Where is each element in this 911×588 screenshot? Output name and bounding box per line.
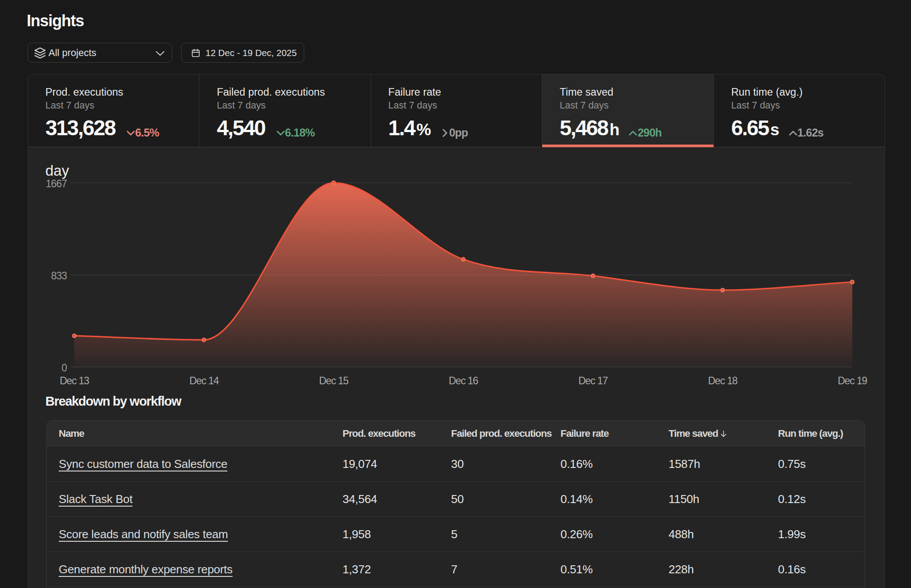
chart-granularity-label: day <box>45 162 69 179</box>
cell-time-saved: 228h <box>669 563 778 576</box>
table-header: Name Prod. executions Failed prod. execu… <box>47 421 865 446</box>
column-header-failure-rate[interactable]: Failure rate <box>560 428 669 439</box>
metric-delta: 1.62s <box>788 126 824 139</box>
cell-failed-executions: 30 <box>451 457 560 471</box>
column-header-label: Failure rate <box>560 428 609 439</box>
metric-delta-text: 6.5% <box>135 126 159 139</box>
page-title: Insights <box>27 11 84 31</box>
x-axis-tick-label: Dec 13 <box>60 375 89 387</box>
metric-delta-text: 290h <box>637 126 661 139</box>
workflow-link[interactable]: Slack Task Bot <box>59 492 133 506</box>
metric-unit: % <box>416 121 431 139</box>
workflow-table: Name Prod. executions Failed prod. execu… <box>46 420 865 588</box>
metric-unit: h <box>609 121 619 139</box>
metric-value: 6.65 <box>731 117 769 139</box>
cell-failed-executions: 7 <box>451 563 560 576</box>
cell-time-saved: 1587h <box>669 457 778 471</box>
metric-delta: 0pp <box>440 126 468 139</box>
column-header-run-time[interactable]: Run time (avg.) <box>778 428 865 439</box>
cell-failure-rate: 0.14% <box>560 492 669 506</box>
metric-delta-text: 6.18% <box>285 126 315 139</box>
calendar-icon <box>191 48 201 58</box>
metric-delta: 290h <box>628 126 661 139</box>
delta-up-icon <box>628 128 638 138</box>
cell-prod-executions: 1,372 <box>343 563 451 576</box>
cell-time-saved: 1150h <box>669 492 778 506</box>
y-axis-tick-label: 1667 <box>46 178 67 189</box>
metric-delta: 6.5% <box>126 126 159 139</box>
column-header-time-saved[interactable]: Time saved <box>669 428 778 439</box>
cell-run-time: 1.99s <box>778 528 865 541</box>
x-axis-tick-label: Dec 17 <box>578 375 608 387</box>
metric-value: 1.4 <box>388 117 415 139</box>
column-header-failed-executions[interactable]: Failed prod. executions <box>451 428 560 439</box>
workflow-link[interactable]: Generate monthly expense reports <box>59 563 233 576</box>
delta-down-icon <box>126 128 136 138</box>
metric-value: 5,468 <box>560 117 608 139</box>
cell-failed-executions: 50 <box>451 492 560 506</box>
filters-bar: All projects 12 Dec - 19 Dec, 2025 <box>28 43 304 63</box>
cell-prod-executions: 34,564 <box>343 492 451 506</box>
cell-failure-rate: 0.26% <box>560 528 669 541</box>
column-header-label: Failed prod. executions <box>451 428 552 439</box>
sort-desc-icon <box>719 429 728 439</box>
metric-unit: s <box>770 121 779 139</box>
delta-right-icon <box>440 128 450 138</box>
workflow-link[interactable]: Score leads and notify sales team <box>59 528 228 541</box>
metric-delta-text: 0pp <box>449 126 468 139</box>
metric-card-run-time[interactable]: Run time (avg.) Last 7 days 6.65s 1.62s <box>713 74 885 147</box>
metric-label: Run time (avg.) <box>731 86 885 98</box>
date-range-button[interactable]: 12 Dec - 19 Dec, 2025 <box>181 43 304 63</box>
cell-time-saved: 488h <box>669 528 778 541</box>
delta-up-icon <box>788 128 798 138</box>
cell-run-time: 0.12s <box>778 492 865 506</box>
x-axis-tick-label: Dec 19 <box>838 375 867 387</box>
area-chart[interactable]: 08331667Dec 13Dec 14Dec 15Dec 16Dec 17De… <box>28 147 885 390</box>
project-filter-select[interactable]: All projects <box>28 43 172 63</box>
metric-sublabel: Last 7 days <box>45 100 199 111</box>
column-header-prod-executions[interactable]: Prod. executions <box>343 428 451 439</box>
x-axis-tick-label: Dec 16 <box>449 375 478 387</box>
breakdown-title: Breakdown by workflow <box>45 393 885 409</box>
metric-label: Prod. executions <box>45 86 199 98</box>
table-row: Generate monthly expense reports 1,372 7… <box>47 552 865 587</box>
metric-label: Time saved <box>560 86 713 98</box>
metric-card-time-saved[interactable]: Time saved Last 7 days 5,468h 290h <box>542 74 713 147</box>
metric-value: 313,628 <box>45 117 115 139</box>
column-header-label: Run time (avg.) <box>778 428 843 439</box>
workflow-link[interactable]: Sync customer data to Salesforce <box>59 457 227 471</box>
metric-card-prod-executions[interactable]: Prod. executions Last 7 days 313,628 6.5… <box>28 74 199 147</box>
metric-sublabel: Last 7 days <box>217 100 370 111</box>
column-header-label: Time saved <box>669 428 718 439</box>
x-axis-tick-label: Dec 14 <box>189 375 219 387</box>
metric-delta-text: 1.62s <box>798 126 824 139</box>
metric-cards: Prod. executions Last 7 days 313,628 6.5… <box>28 74 885 147</box>
x-axis-tick-label: Dec 18 <box>708 375 738 387</box>
cell-failed-executions: 5 <box>451 528 560 541</box>
cell-prod-executions: 1,958 <box>343 528 451 541</box>
x-axis-tick-label: Dec 15 <box>319 375 348 387</box>
metric-card-failed-executions[interactable]: Failed prod. executions Last 7 days 4,54… <box>199 74 370 147</box>
time-saved-chart: 08331667Dec 13Dec 14Dec 15Dec 16Dec 17De… <box>28 147 885 390</box>
metric-label: Failure rate <box>388 86 542 98</box>
metric-label: Failed prod. executions <box>217 86 370 98</box>
column-header-name[interactable]: Name <box>59 428 343 439</box>
insights-panel: Prod. executions Last 7 days 313,628 6.5… <box>28 74 885 588</box>
cell-prod-executions: 19,074 <box>343 457 451 471</box>
layers-icon <box>33 46 47 60</box>
delta-down-icon <box>276 128 286 138</box>
column-header-label: Prod. executions <box>343 428 415 439</box>
metric-card-failure-rate[interactable]: Failure rate Last 7 days 1.4% 0pp <box>371 74 542 147</box>
y-axis-tick-label: 0 <box>61 362 67 374</box>
metric-value: 4,540 <box>217 117 265 139</box>
metric-sublabel: Last 7 days <box>560 100 713 111</box>
cell-failure-rate: 0.16% <box>560 457 669 471</box>
table-row: Slack Task Bot 34,564 50 0.14% 1150h 0.1… <box>47 481 865 516</box>
chevron-down-icon <box>155 48 165 58</box>
column-header-label: Name <box>59 428 84 439</box>
metric-sublabel: Last 7 days <box>388 100 542 111</box>
metric-delta: 6.18% <box>276 126 315 139</box>
date-range-value: 12 Dec - 19 Dec, 2025 <box>206 48 297 58</box>
cell-run-time: 0.75s <box>778 457 865 471</box>
cell-run-time: 0.16s <box>778 563 865 576</box>
